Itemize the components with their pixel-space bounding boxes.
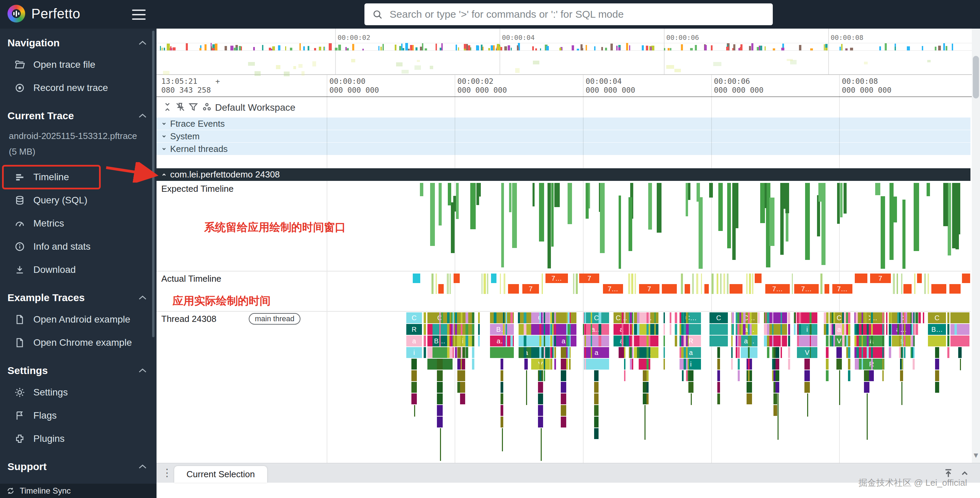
slice[interactable] [215,44,218,50]
sidebar-section-support[interactable]: Support [0,459,156,474]
sidebar-item-open-chrome-example[interactable]: Open Chrome example [0,331,156,354]
slice[interactable] [639,359,650,370]
slice[interactable] [248,62,255,66]
slice[interactable] [731,359,733,370]
sidebar-scrollbar[interactable] [152,31,154,337]
slice[interactable] [583,312,584,323]
slice[interactable] [912,324,913,335]
slice[interactable] [889,312,891,323]
slice[interactable] [663,312,665,323]
slice[interactable] [253,47,255,50]
slice[interactable] [901,273,902,294]
slice[interactable] [624,370,625,381]
slice[interactable] [738,347,740,358]
slice[interactable] [491,273,496,283]
slice[interactable] [550,359,552,370]
collapse-all-icon[interactable] [162,102,173,112]
slice[interactable] [907,46,910,50]
slice[interactable] [648,183,652,230]
slice[interactable] [837,347,842,358]
slice[interactable] [840,183,843,217]
slice[interactable] [584,335,609,346]
slice[interactable] [848,347,850,358]
slice[interactable] [511,335,513,346]
slice[interactable] [867,393,868,440]
slice[interactable] [508,284,519,294]
slice[interactable] [679,359,681,370]
slice[interactable] [518,312,520,323]
slice[interactable] [524,335,526,346]
slice[interactable] [160,46,161,50]
slice[interactable] [447,273,449,294]
slice[interactable] [727,183,731,248]
slice[interactable] [624,359,625,370]
slice[interactable] [681,273,683,294]
slice[interactable] [785,183,789,213]
slice[interactable] [781,312,782,323]
slice[interactable] [826,324,829,335]
tab-current-selection[interactable]: Current Selection [174,466,267,483]
slice[interactable] [624,335,625,346]
slice[interactable] [323,47,325,50]
slice[interactable] [622,324,624,335]
slice[interactable] [411,370,417,381]
slice[interactable] [584,359,609,370]
slice[interactable] [278,45,280,50]
slice[interactable] [713,62,721,66]
slice[interactable] [506,335,507,346]
slice[interactable] [758,312,759,323]
slice[interactable] [886,312,888,323]
slice[interactable] [533,183,535,206]
slice[interactable] [686,370,688,381]
slice[interactable] [591,312,592,323]
slice[interactable] [923,312,924,323]
slice[interactable] [688,370,694,381]
slice[interactable] [637,335,640,346]
slice[interactable] [234,48,236,50]
slice[interactable]: 7 [579,273,600,283]
slice[interactable] [468,45,470,50]
slice[interactable] [639,335,650,346]
slice[interactable] [460,370,466,381]
slice[interactable] [456,183,459,219]
slice[interactable] [915,324,918,335]
slice[interactable] [804,382,810,393]
slice[interactable] [864,62,868,64]
slice[interactable]: C [710,312,728,323]
slice[interactable] [646,312,649,323]
slice[interactable] [559,48,562,50]
slice[interactable] [743,324,746,335]
slice[interactable] [962,273,970,283]
slice[interactable] [591,335,592,346]
slice[interactable] [792,273,793,294]
slice[interactable] [472,347,474,358]
slice[interactable] [902,335,903,346]
slice[interactable] [773,405,777,416]
slice[interactable] [731,347,733,358]
slice[interactable] [437,417,443,428]
slice[interactable] [869,370,874,381]
slice[interactable] [643,370,647,381]
slice[interactable] [611,44,613,50]
slice[interactable] [262,45,263,50]
slice[interactable] [748,347,750,358]
slice[interactable] [947,324,950,335]
slice[interactable] [696,273,698,294]
slice[interactable] [439,183,442,225]
slice[interactable] [411,382,417,393]
sidebar-section-settings[interactable]: Settings [0,363,156,378]
slice[interactable] [794,312,795,323]
slice[interactable] [494,312,496,323]
slice[interactable] [487,273,488,294]
slice[interactable] [867,324,869,335]
slice[interactable] [425,48,427,50]
slice[interactable] [772,324,774,335]
slice[interactable] [630,359,632,370]
slice[interactable] [512,183,517,248]
slice[interactable] [810,312,811,323]
slice[interactable] [461,359,462,370]
slice[interactable] [767,335,769,346]
slice[interactable] [938,46,941,50]
slice[interactable] [544,370,545,381]
slice[interactable] [821,273,823,294]
